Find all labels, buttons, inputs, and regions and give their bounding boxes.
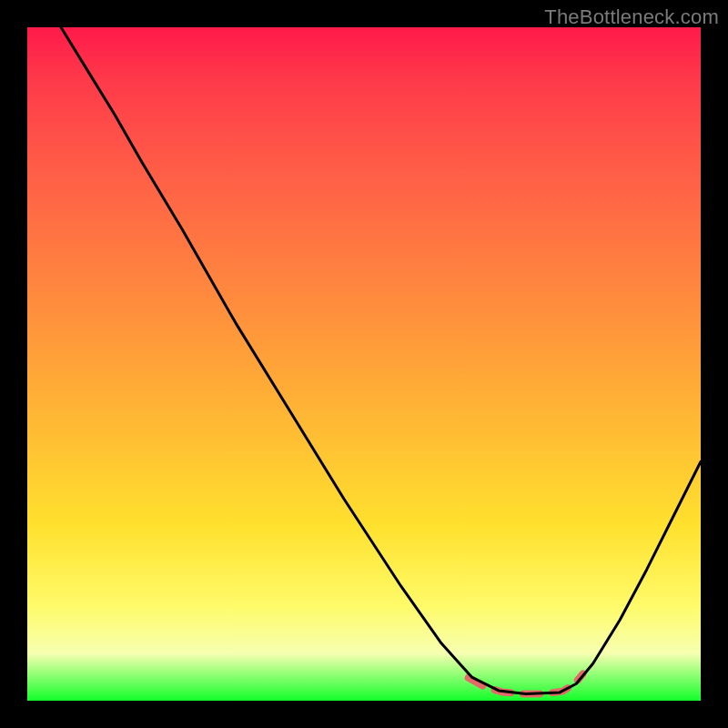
chart-frame: TheBottleneck.com bbox=[0, 0, 728, 728]
curve-layer bbox=[27, 27, 701, 701]
black-curve-line bbox=[61, 27, 701, 694]
plot-area bbox=[27, 27, 701, 701]
watermark-text: TheBottleneck.com bbox=[544, 5, 719, 29]
